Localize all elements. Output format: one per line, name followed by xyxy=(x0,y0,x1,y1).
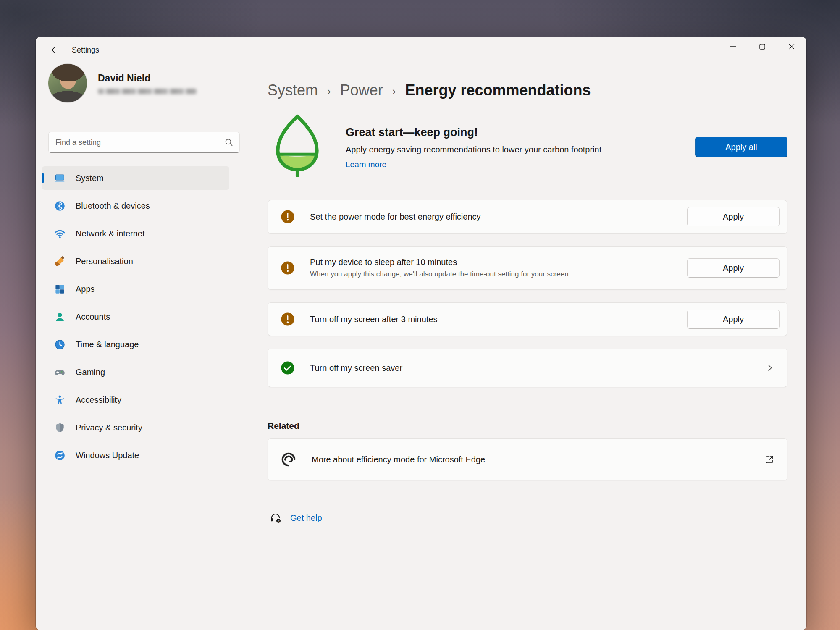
hero-description: Apply energy saving recommendations to l… xyxy=(346,145,695,155)
window-title: Settings xyxy=(72,46,99,55)
learn-more-link[interactable]: Learn more xyxy=(346,160,386,169)
sidebar-item-label: Accessibility xyxy=(76,395,121,405)
titlebar: Settings xyxy=(36,37,806,63)
apply-button-screen-timeout[interactable]: Apply xyxy=(687,310,780,329)
energy-hero: Great start—keep going! Apply energy sav… xyxy=(268,113,788,177)
recommendation-list: Set the power mode for best energy effic… xyxy=(268,200,788,387)
apply-all-button[interactable]: Apply all xyxy=(695,137,788,157)
recommendation-text: Turn off my screen after 3 minutes xyxy=(310,315,687,324)
sidebar-item-label: System xyxy=(76,173,104,183)
bluetooth-icon xyxy=(54,200,66,212)
maximize-button[interactable] xyxy=(748,37,777,56)
sidebar-item-label: Time & language xyxy=(76,340,139,349)
window-controls xyxy=(718,37,806,56)
related-text: More about efficiency mode for Microsoft… xyxy=(312,455,764,465)
gaming-icon xyxy=(54,366,66,378)
user-name: David Nield xyxy=(98,73,197,84)
personalisation-icon xyxy=(54,255,66,267)
accounts-icon xyxy=(54,311,66,323)
close-icon xyxy=(789,44,795,50)
desktop-background: Settings David Nield xyxy=(0,0,840,630)
breadcrumb-separator-icon: › xyxy=(327,83,331,98)
warning-icon xyxy=(281,261,295,275)
recommendation-title: Turn off my screen saver xyxy=(310,363,765,373)
get-help-row: ? Get help xyxy=(269,512,788,524)
system-icon xyxy=(54,172,66,184)
close-button[interactable] xyxy=(777,37,806,56)
search-icon xyxy=(224,137,234,149)
warning-icon xyxy=(281,312,295,326)
breadcrumb: System › Power › Energy recommendations xyxy=(268,81,788,99)
success-check-icon xyxy=(281,361,295,375)
sidebar-item-windows-update[interactable]: Windows Update xyxy=(42,444,229,467)
sidebar-item-apps[interactable]: Apps xyxy=(42,277,229,301)
search-input[interactable] xyxy=(48,132,240,153)
sidebar: David Nield System xyxy=(36,63,252,630)
sidebar-item-label: Personalisation xyxy=(76,257,133,266)
external-link-icon xyxy=(764,454,774,465)
accessibility-icon xyxy=(54,394,66,406)
main-content: System › Power › Energy recommendations … xyxy=(268,63,788,630)
sidebar-item-bluetooth-devices[interactable]: Bluetooth & devices xyxy=(42,194,229,218)
breadcrumb-power[interactable]: Power xyxy=(340,81,383,99)
avatar xyxy=(48,64,87,102)
sidebar-item-accounts[interactable]: Accounts xyxy=(42,305,229,328)
shield-icon xyxy=(54,422,66,433)
recommendation-power-mode: Set the power mode for best energy effic… xyxy=(268,200,788,234)
recommendation-screen-saver[interactable]: Turn off my screen saver xyxy=(268,349,788,387)
user-meta: David Nield xyxy=(98,73,197,94)
network-icon xyxy=(54,228,66,239)
sidebar-item-accessibility[interactable]: Accessibility xyxy=(42,388,229,412)
recommendation-sleep-timeout: Put my device to sleep after 10 minutes … xyxy=(268,246,788,290)
warning-icon xyxy=(281,210,295,224)
sidebar-item-label: Privacy & security xyxy=(76,423,142,433)
sidebar-item-privacy-security[interactable]: Privacy & security xyxy=(42,416,229,439)
settings-window: Settings David Nield xyxy=(36,37,806,630)
sidebar-item-time-language[interactable]: Time & language xyxy=(42,333,229,356)
svg-text:?: ? xyxy=(277,519,279,523)
sidebar-item-label: Apps xyxy=(76,284,95,294)
help-headset-icon: ? xyxy=(269,512,282,524)
breadcrumb-system[interactable]: System xyxy=(268,81,318,99)
chevron-right-icon xyxy=(765,363,774,373)
sidebar-item-label: Windows Update xyxy=(76,451,139,460)
apply-button-sleep-timeout[interactable]: Apply xyxy=(687,258,780,278)
recommendation-subtitle: When you apply this change, we'll also u… xyxy=(310,270,687,278)
apply-button-power-mode[interactable]: Apply xyxy=(687,207,780,226)
leaf-icon xyxy=(273,113,322,177)
related-heading: Related xyxy=(268,421,788,431)
back-button[interactable] xyxy=(47,42,64,58)
edge-icon xyxy=(281,452,297,467)
get-help-link[interactable]: Get help xyxy=(290,513,322,523)
sidebar-item-network-internet[interactable]: Network & internet xyxy=(42,222,229,245)
breadcrumb-separator-icon: › xyxy=(392,83,396,98)
recommendation-title: Turn off my screen after 3 minutes xyxy=(310,315,687,324)
sidebar-item-gaming[interactable]: Gaming xyxy=(42,360,229,384)
minimize-icon xyxy=(730,44,736,50)
user-subtitle-redacted xyxy=(98,89,197,94)
related-edge-link[interactable]: More about efficiency mode for Microsoft… xyxy=(268,438,788,480)
maximize-icon xyxy=(759,44,765,50)
search-box xyxy=(48,132,240,153)
sidebar-item-label: Accounts xyxy=(76,312,110,322)
user-account[interactable]: David Nield xyxy=(48,64,252,102)
recommendation-text: Turn off my screen saver xyxy=(310,363,765,373)
windows-update-icon xyxy=(54,449,66,461)
hero-text: Great start—keep going! Apply energy sav… xyxy=(346,113,695,177)
recommendation-text: Put my device to sleep after 10 minutes … xyxy=(310,257,687,278)
hero-title: Great start—keep going! xyxy=(346,126,695,139)
back-arrow-icon xyxy=(50,45,60,55)
page-title: Energy recommendations xyxy=(405,81,591,99)
sidebar-item-label: Network & internet xyxy=(76,229,145,239)
minimize-button[interactable] xyxy=(718,37,748,56)
sidebar-nav: System Bluetooth & devices Network & int… xyxy=(42,166,229,467)
time-language-icon xyxy=(54,339,66,350)
sidebar-item-label: Gaming xyxy=(76,368,105,377)
recommendation-title: Put my device to sleep after 10 minutes xyxy=(310,257,687,267)
sidebar-item-label: Bluetooth & devices xyxy=(76,201,150,211)
sidebar-item-system[interactable]: System xyxy=(42,166,229,190)
recommendation-text: Set the power mode for best energy effic… xyxy=(310,212,687,222)
recommendation-title: Set the power mode for best energy effic… xyxy=(310,212,687,222)
sidebar-item-personalisation[interactable]: Personalisation xyxy=(42,249,229,273)
apps-icon xyxy=(54,283,66,295)
